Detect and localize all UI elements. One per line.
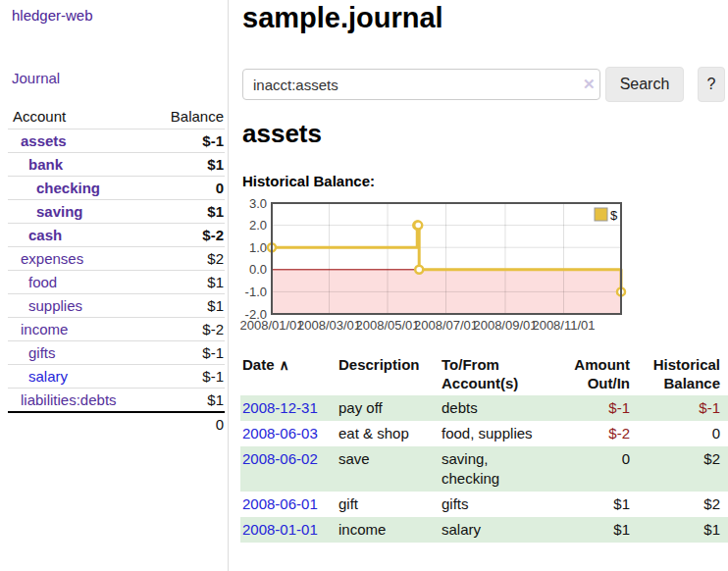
- help-button[interactable]: ?: [698, 67, 725, 102]
- account-link-liabilities-debts[interactable]: liabilities:debts: [21, 391, 117, 408]
- app-brand-link[interactable]: hledger-web: [12, 7, 93, 24]
- sidebar-item-journal[interactable]: Journal: [12, 70, 60, 86]
- transaction-amount: $-2: [549, 421, 633, 446]
- account-balance: $-1: [152, 130, 225, 153]
- svg-text:-1.0: -1.0: [245, 285, 267, 299]
- account-balance: $-2: [152, 318, 225, 341]
- account-balance: $1: [152, 200, 225, 224]
- account-row: saving$1: [8, 200, 225, 224]
- transaction-amount: $1: [549, 492, 633, 517]
- transaction-accounts: gifts: [440, 492, 549, 517]
- transaction-amount: 0: [549, 446, 633, 492]
- account-row: supplies$1: [8, 294, 225, 318]
- chart-title: Historical Balance:: [242, 173, 375, 189]
- account-link-food[interactable]: food: [28, 274, 57, 290]
- accounts-total: 0: [152, 412, 225, 436]
- account-balance: $-2: [152, 224, 225, 247]
- column-header-description: Description: [338, 351, 440, 395]
- svg-text:2008/01/01: 2008/01/01: [240, 318, 304, 333]
- transaction-description: income: [338, 517, 440, 543]
- account-row: expenses$2: [8, 247, 225, 271]
- account-link-assets[interactable]: assets: [21, 132, 67, 149]
- clear-search-icon[interactable]: ✕: [583, 76, 596, 93]
- historical-balance-chart: 3.02.01.00.0-1.0-2.02008/01/012008/03/01…: [240, 196, 728, 338]
- search-button[interactable]: Search: [605, 67, 684, 102]
- account-heading: assets: [242, 119, 322, 149]
- account-row: food$1: [8, 271, 225, 294]
- account-balance: $1: [152, 294, 225, 318]
- transaction-balance: $2: [633, 446, 728, 492]
- svg-text:2008/07/01: 2008/07/01: [414, 318, 478, 333]
- transaction-description: save: [338, 446, 440, 492]
- transaction-date-link[interactable]: 2008-12-31: [242, 399, 318, 416]
- account-balance: $-1: [152, 365, 225, 389]
- transaction-date-link[interactable]: 2008-01-01: [242, 521, 318, 538]
- account-link-cash[interactable]: cash: [28, 227, 62, 243]
- account-link-saving[interactable]: saving: [36, 203, 83, 220]
- transaction-amount: $1: [549, 517, 633, 543]
- account-row: checking0: [8, 177, 225, 200]
- transaction-accounts: salary: [440, 517, 549, 543]
- svg-text:0.0: 0.0: [249, 262, 267, 277]
- balance-chart-svg: 3.02.01.00.0-1.0-2.02008/01/012008/03/01…: [240, 196, 728, 338]
- account-link-gifts[interactable]: gifts: [28, 344, 56, 361]
- account-link-supplies[interactable]: supplies: [28, 297, 82, 314]
- transaction-amount: $-1: [549, 395, 633, 421]
- transaction-balance: 0: [633, 421, 728, 446]
- transaction-row: 2008-06-03 eat & shop food, supplies $-2…: [240, 421, 728, 446]
- transaction-accounts: saving, checking: [440, 446, 549, 492]
- svg-text:1.0: 1.0: [249, 240, 267, 255]
- account-link-checking[interactable]: checking: [36, 180, 100, 196]
- column-header-balance: Historical Balance: [633, 351, 728, 395]
- svg-text:2008/09/01: 2008/09/01: [473, 318, 537, 333]
- account-row: cash$-2: [8, 224, 225, 247]
- accounts-header-account: Account: [8, 104, 152, 130]
- account-row: liabilities:debts$1: [8, 389, 225, 413]
- svg-text:2008/03/01: 2008/03/01: [297, 318, 361, 333]
- svg-text:$: $: [610, 208, 618, 223]
- transaction-balance: $1: [633, 517, 728, 543]
- account-link-salary[interactable]: salary: [28, 368, 68, 385]
- transaction-balance: $2: [633, 492, 728, 517]
- column-header-accounts: To/From Account(s): [440, 351, 549, 395]
- transaction-row: 2008-01-01 income salary $1 $1: [240, 517, 728, 543]
- search-input[interactable]: [242, 69, 600, 100]
- account-link-expenses[interactable]: expenses: [21, 250, 83, 267]
- account-balance: $1: [152, 389, 225, 413]
- account-row: salary$-1: [8, 365, 225, 389]
- account-balance: $2: [152, 247, 225, 271]
- transaction-date-link[interactable]: 2008-06-03: [242, 425, 318, 441]
- transaction-row: 2008-06-01 gift gifts $1 $2: [240, 492, 728, 517]
- transaction-description: eat & shop: [338, 421, 440, 446]
- transaction-row: 2008-12-31 pay off debts $-1 $-1: [240, 395, 728, 421]
- transaction-description: pay off: [338, 395, 440, 421]
- account-row: bank$1: [8, 153, 225, 177]
- svg-text:2.0: 2.0: [249, 218, 267, 233]
- page-title: sample.journal: [242, 2, 443, 34]
- account-balance: 0: [152, 177, 225, 200]
- account-link-income[interactable]: income: [21, 321, 68, 337]
- transaction-date-link[interactable]: 2008-06-01: [242, 495, 318, 512]
- column-header-amount: Amount Out/In: [549, 351, 633, 395]
- account-link-bank[interactable]: bank: [28, 156, 63, 173]
- transaction-balance: $-1: [633, 395, 728, 421]
- account-row: income$-2: [8, 318, 225, 341]
- transaction-date-link[interactable]: 2008-06-02: [242, 450, 318, 467]
- svg-text:3.0: 3.0: [249, 196, 267, 211]
- column-header-date[interactable]: Date∧: [240, 351, 338, 395]
- svg-text:2008/05/01: 2008/05/01: [355, 318, 419, 333]
- account-balance: $1: [152, 153, 225, 177]
- sort-asc-icon: ∧: [280, 357, 289, 373]
- account-balance: $1: [152, 271, 225, 294]
- accounts-balance-table: Account Balance assets$-1 bank$1 checkin…: [8, 104, 225, 436]
- account-row: assets$-1: [8, 130, 225, 153]
- accounts-header-balance: Balance: [152, 104, 225, 130]
- svg-text:2008/11/01: 2008/11/01: [532, 318, 595, 333]
- sidebar-divider: [228, 0, 229, 571]
- transaction-row: 2008-06-02 save saving, checking 0 $2: [240, 446, 728, 492]
- account-row: gifts$-1: [8, 341, 225, 365]
- transaction-accounts: debts: [440, 395, 549, 421]
- transaction-description: gift: [338, 492, 440, 517]
- account-balance: $-1: [152, 341, 225, 365]
- register-table: Date∧ Description To/From Account(s) Amo…: [240, 351, 728, 543]
